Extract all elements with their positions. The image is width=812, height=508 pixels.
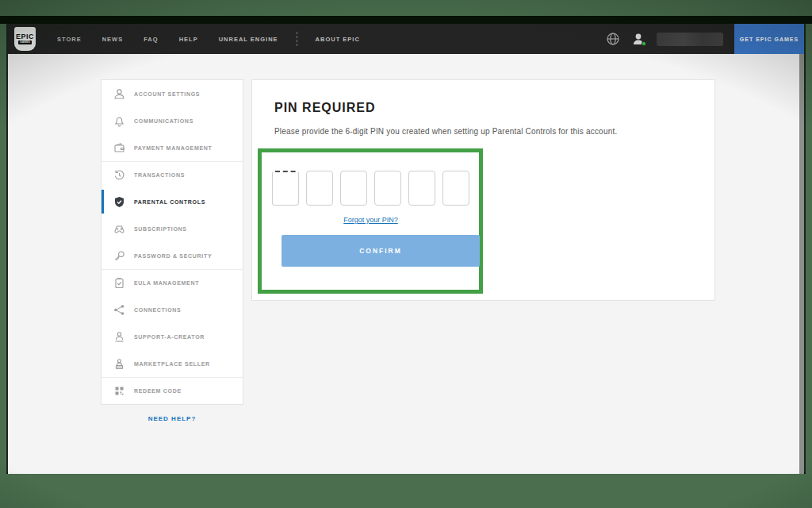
sidebar-item-communications[interactable]: COMMUNICATIONS: [102, 107, 243, 134]
gamepad-icon: [113, 223, 125, 235]
page-title: PIN REQUIRED: [274, 101, 692, 115]
sidebar-item-label: ACCOUNT SETTINGS: [134, 91, 200, 97]
bell-icon: [113, 115, 125, 127]
pin-input-box-4[interactable]: [374, 171, 401, 206]
sidebar-item-support-a-creator[interactable]: SUPPORT-A-CREATOR: [102, 323, 243, 350]
nav-item-store[interactable]: STORE: [57, 36, 82, 43]
seller-icon: [113, 358, 125, 370]
sidebar-item-label: PASSWORD & SECURITY: [134, 253, 212, 259]
sidebar-item-label: TRANSACTIONS: [134, 172, 185, 178]
sidebar-item-subscriptions[interactable]: SUBSCRIPTIONS: [102, 215, 243, 242]
redeem-code-icon: [113, 385, 125, 397]
clipboard-check-icon: [113, 277, 125, 289]
account-user-icon[interactable]: [631, 32, 645, 46]
sidebar-item-label: PAYMENT MANAGEMENT: [134, 145, 213, 151]
sidebar-item-eula-management[interactable]: EULA MANAGEMENT: [102, 269, 243, 296]
pin-input-box-3[interactable]: [340, 171, 367, 206]
nav-item-about-epic[interactable]: ABOUT EPIC: [316, 36, 360, 43]
sidebar-item-account-settings[interactable]: ACCOUNT SETTINGS: [102, 80, 243, 107]
logo-text: EPIC: [16, 33, 34, 40]
user-icon: [113, 88, 125, 100]
nav-item-faq[interactable]: FAQ: [144, 36, 158, 43]
nav-divider: [297, 32, 297, 46]
sidebar-item-payment-management[interactable]: PAYMENT MANAGEMENT: [102, 134, 243, 161]
pin-instructions: Please provide the 6-digit PIN you creat…: [274, 127, 692, 136]
window-shadow-strip: [0, 16, 812, 24]
wallet-icon: [113, 142, 125, 154]
nav-right-group: GET EPIC GAMES: [606, 24, 804, 54]
epic-games-logo[interactable]: EPIC GAMES: [14, 27, 36, 51]
account-settings-sidebar: ACCOUNT SETTINGS COMMUNICATIONS PAYMENT …: [101, 79, 243, 405]
browser-window: EPIC GAMES STORE NEWS FAQ HELP UNREAL EN…: [6, 24, 806, 474]
vertical-scrollbar[interactable]: [799, 54, 804, 474]
nav-item-unreal-engine[interactable]: UNREAL ENGINE: [219, 36, 278, 43]
sidebar-item-parental-controls[interactable]: PARENTAL CONTROLS: [102, 188, 243, 215]
pin-input-box-6[interactable]: [442, 171, 469, 206]
sidebar-item-password-security[interactable]: PASSWORD & SECURITY: [102, 242, 243, 269]
account-username-redacted[interactable]: [657, 33, 723, 46]
sidebar-item-marketplace-seller[interactable]: MARKETPLACE SELLER: [102, 350, 243, 377]
sidebar-item-label: REDEEM CODE: [134, 388, 182, 394]
sidebar-item-redeem-code[interactable]: REDEEM CODE: [102, 377, 243, 404]
sidebar-item-label: CONNECTIONS: [134, 307, 181, 313]
nav-menu: STORE NEWS FAQ HELP UNREAL ENGINE ABOUT …: [47, 32, 370, 46]
share-icon: [113, 304, 125, 316]
confirm-button[interactable]: CONFIRM: [282, 235, 480, 267]
pin-input-box-2[interactable]: [306, 171, 333, 206]
nav-item-news[interactable]: NEWS: [102, 36, 124, 43]
pin-input-box-5[interactable]: [408, 171, 435, 206]
shield-check-icon: [113, 196, 125, 208]
get-epic-games-button[interactable]: GET EPIC GAMES: [734, 24, 804, 54]
pin-required-panel: PIN REQUIRED Please provide the 6-digit …: [251, 79, 715, 301]
sidebar-item-label: COMMUNICATIONS: [134, 118, 193, 124]
history-icon: [113, 169, 125, 181]
pin-input-box-1[interactable]: [272, 171, 299, 206]
pin-input-group: [272, 171, 479, 206]
nav-item-help[interactable]: HELP: [179, 36, 198, 43]
sidebar-item-label: PARENTAL CONTROLS: [134, 199, 205, 205]
sidebar-item-label: SUPPORT-A-CREATOR: [134, 334, 205, 340]
page-body: ACCOUNT SETTINGS COMMUNICATIONS PAYMENT …: [8, 54, 804, 474]
top-navbar: EPIC GAMES STORE NEWS FAQ HELP UNREAL EN…: [8, 24, 804, 54]
annotation-highlight-box: Forgot your PIN? CONFIRM: [258, 148, 483, 294]
key-icon: [113, 250, 125, 262]
sidebar-item-connections[interactable]: CONNECTIONS: [102, 296, 243, 323]
online-status-dot: [642, 41, 646, 46]
sidebar-item-label: SUBSCRIPTIONS: [134, 226, 187, 232]
sidebar-item-transactions[interactable]: TRANSACTIONS: [102, 161, 243, 188]
creator-icon: [113, 331, 125, 343]
logo-subtext: GAMES: [18, 40, 32, 44]
sidebar-item-label: MARKETPLACE SELLER: [134, 361, 210, 367]
forgot-pin-link[interactable]: Forgot your PIN?: [272, 216, 469, 224]
need-help-link[interactable]: NEED HELP?: [101, 415, 243, 422]
sidebar-item-label: EULA MANAGEMENT: [134, 280, 199, 286]
language-globe-icon[interactable]: [606, 32, 620, 46]
